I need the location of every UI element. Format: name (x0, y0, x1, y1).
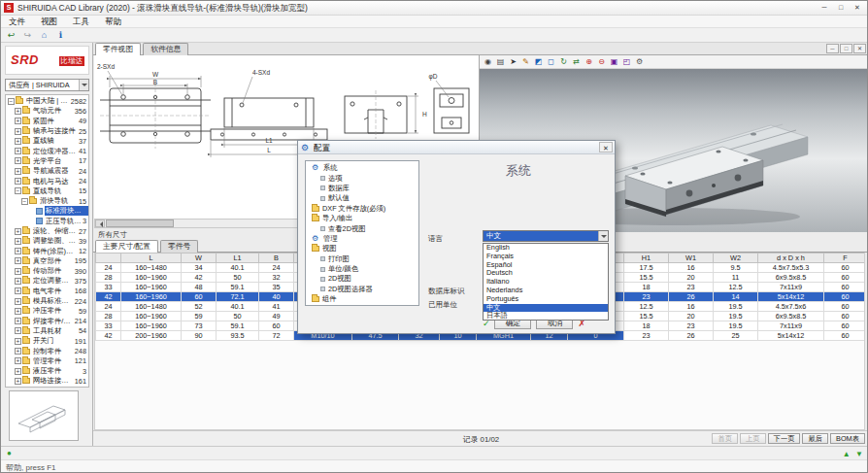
language-option[interactable]: 日本語 (484, 312, 608, 321)
tree-expander-icon[interactable]: − (21, 198, 28, 205)
tree-expander-icon[interactable]: + (15, 228, 21, 235)
nav-down-icon[interactable]: ▼ (855, 450, 863, 458)
sidebar-tree-item[interactable]: +紧固件49 (6, 117, 88, 126)
language-option[interactable]: Italiano (484, 278, 608, 287)
sidebar-tree-item[interactable]: +开关门191 (6, 336, 88, 346)
sidebar-tree-item[interactable]: +冲压零件59 (6, 306, 88, 316)
settings-tree-item[interactable]: 查看2D视图 (306, 223, 418, 233)
menu-item[interactable]: 帮助 (97, 16, 129, 28)
settings-tree-item[interactable]: 导入/输出 (306, 214, 418, 223)
tree-expander-icon[interactable]: + (15, 298, 21, 305)
zoom-fit-icon[interactable]: ▣ (609, 56, 619, 67)
measure-icon[interactable]: ✎ (520, 56, 531, 67)
tab-software-info[interactable]: 软件信息 (143, 43, 188, 55)
tree-expander-icon[interactable]: + (15, 178, 21, 185)
settings-tree-item[interactable]: 单位/颜色 (306, 264, 418, 274)
close-icon[interactable]: ✕ (850, 2, 865, 14)
sidebar-tree-item[interactable]: 正压导轨(滑块)3 (6, 217, 88, 226)
sidebar-tree-item[interactable]: +模具标准部件224 (6, 296, 88, 306)
menu-item[interactable]: 文件 (1, 16, 33, 28)
tree-expander-icon[interactable]: + (15, 108, 21, 115)
screenshot-icon[interactable]: ◉ (483, 56, 493, 67)
sidebar-tree-item[interactable]: +导航减震器24 (6, 166, 88, 176)
nav-up-icon[interactable]: ▲ (843, 450, 851, 458)
sidebar-tree-item[interactable]: +调整垫圈、支座39 (6, 236, 88, 246)
sidebar-tree-item[interactable]: +定位缓冲器、挡块41 (6, 146, 88, 155)
forward-icon[interactable]: ↪ (21, 29, 34, 42)
sidebar-tree-item[interactable]: +控制零件248 (6, 346, 88, 355)
sidebar-tree-item[interactable]: +焊接零件/夹具214 (6, 317, 88, 326)
sidebar-tree-item[interactable]: +工具耗材54 (6, 326, 88, 336)
front-view-icon[interactable]: ◻ (546, 56, 556, 67)
language-option[interactable]: Deutsch (484, 269, 608, 278)
zoom-out-icon[interactable]: ⊖ (596, 56, 607, 67)
sidebar-tree-item[interactable]: +滚轮、伸缩导轨27 (6, 226, 88, 236)
tree-expander-icon[interactable]: + (15, 148, 21, 154)
close-icon[interactable]: ✕ (599, 142, 613, 152)
last-page-button[interactable]: 最后 (802, 433, 828, 444)
tab-main-dimensions[interactable]: 主要尺寸/配置 (95, 240, 158, 253)
zoom-window-icon[interactable]: ◰ (621, 56, 632, 67)
menu-item[interactable]: 工具 (65, 16, 97, 28)
tree-expander-icon[interactable]: + (15, 268, 21, 275)
language-option[interactable]: 中文 (484, 304, 608, 313)
settings-tree-item[interactable]: ⚙系统 (306, 163, 418, 173)
tree-expander-icon[interactable]: + (15, 257, 21, 264)
sidebar-tree-item[interactable]: +管理零件121 (6, 356, 88, 366)
sidebar-tree-item[interactable]: +轴承与连接件25 (6, 126, 88, 136)
child-minimize-icon[interactable]: ─ (826, 44, 839, 53)
sidebar-tree-item[interactable]: +液压零件3 (6, 366, 88, 376)
settings-tree-item[interactable]: 视图 (306, 244, 418, 253)
back-icon[interactable]: ↩ (5, 29, 17, 42)
zoom-in-icon[interactable]: ⊕ (584, 56, 594, 67)
home-icon[interactable]: ⌂ (38, 29, 50, 42)
child-close-icon[interactable]: ✕ (853, 44, 866, 53)
sidebar-tree-item[interactable]: +气动元件356 (6, 106, 88, 116)
tree-expander-icon[interactable]: + (15, 338, 21, 345)
sidebar-tree-item[interactable]: −中国大陆 | SHIRUIDA2582 (6, 96, 88, 106)
sidebar-tree-item[interactable]: −直线导轨15 (6, 186, 88, 196)
settings-tree-item[interactable]: 打印图 (306, 254, 418, 264)
settings-tree-item[interactable]: 选项 (306, 173, 418, 183)
tree-expander-icon[interactable]: + (15, 248, 21, 254)
tree-expander-icon[interactable]: + (15, 238, 21, 245)
sidebar-tree-item[interactable]: +网络连接其他标准件161 (6, 376, 88, 386)
settings-tree-item[interactable]: 2D视图 (306, 274, 418, 284)
settings-tree-item[interactable]: 2D视图选择器 (306, 285, 418, 294)
iso-view-icon[interactable]: ◩ (533, 56, 544, 67)
settings-tree-item[interactable]: 数据库 (306, 184, 418, 193)
tree-expander-icon[interactable]: + (15, 157, 21, 164)
tree-expander-icon[interactable]: + (15, 357, 21, 364)
sidebar-tree-item[interactable]: +传动部件390 (6, 266, 88, 276)
maximize-icon[interactable]: □ (833, 2, 849, 14)
bom-button[interactable]: BOM表 (830, 433, 865, 444)
sidebar-tree-item[interactable]: +光学平台17 (6, 156, 88, 166)
sidebar-tree-item[interactable]: −滑块导轨15 (6, 196, 88, 206)
info-icon[interactable]: ℹ (54, 29, 67, 42)
tree-expander-icon[interactable]: + (15, 118, 21, 124)
tree-expander-icon[interactable]: + (15, 128, 21, 135)
select-icon[interactable]: ➤ (508, 56, 518, 67)
sidebar-tree-item[interactable]: 标准滑块导轨 (6, 206, 88, 216)
language-option[interactable]: Nederlands (484, 287, 608, 295)
minimize-icon[interactable]: ─ (817, 2, 832, 14)
dialog-titlebar[interactable]: ⚙ 配置 ✕ (298, 141, 615, 154)
settings-tree-item[interactable]: 默认值 (306, 193, 418, 203)
tree-expander-icon[interactable]: + (15, 327, 21, 334)
sidebar-tree-item[interactable]: +铸件(涂层)标准件12 (6, 246, 88, 255)
sidebar-tree-item[interactable]: +直线轴37 (6, 136, 88, 146)
supplier-select[interactable]: 供应商 | SHIRUIDA (5, 79, 89, 91)
tab-part-number[interactable]: 零件号 (160, 240, 198, 253)
child-restore-icon[interactable]: □ (840, 44, 852, 53)
scroll-left-icon[interactable] (95, 220, 105, 227)
language-option[interactable]: Français (484, 253, 608, 261)
pan-icon[interactable]: ⇄ (571, 56, 582, 67)
menu-item[interactable]: 视图 (33, 16, 65, 28)
sidebar-tree-item[interactable]: +定位调整元件375 (6, 276, 88, 286)
tree-expander-icon[interactable]: + (15, 368, 21, 375)
next-page-button[interactable]: 下一页 (768, 433, 801, 444)
tab-part-view[interactable]: 零件视图 (95, 43, 141, 55)
settings-tree-item[interactable]: ⚙管理 (306, 234, 418, 244)
tree-expander-icon[interactable]: + (15, 287, 21, 294)
sidebar-tree-item[interactable]: +真空部件195 (6, 256, 88, 266)
